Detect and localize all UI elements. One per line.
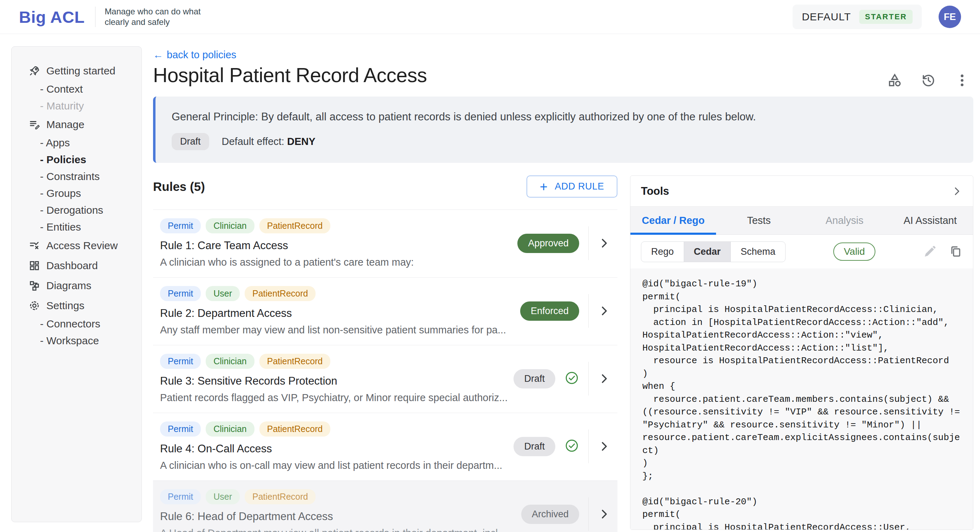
sidebar-item-derogations[interactable]: - Derogations	[29, 202, 138, 219]
app-tagline: Manage who can do what clearly and safel…	[105, 6, 201, 27]
default-effect: Default effect: DENY	[222, 136, 315, 148]
kebab-menu-icon[interactable]	[955, 73, 970, 88]
sidebar-item-policies[interactable]: - Policies	[29, 151, 138, 168]
status-badge: Enforced	[520, 302, 579, 321]
checklist-icon	[29, 240, 40, 252]
chevron-right-icon[interactable]	[598, 237, 610, 249]
resource-chip: PatientRecord	[259, 218, 330, 233]
rule-description: A clinician who is assigned to a patient…	[160, 257, 414, 268]
sidebar-item-settings[interactable]: Settings	[29, 295, 138, 316]
rocket-icon	[29, 65, 40, 77]
sidebar-item-label: - Derogations	[40, 204, 103, 216]
rules-heading: Rules (5)	[153, 179, 205, 194]
edit-icon[interactable]	[923, 245, 937, 258]
sidebar-item-maturity[interactable]: - Maturity	[29, 98, 138, 114]
segment-cedar[interactable]: Cedar	[684, 242, 731, 262]
page-title: Hospital Patient Record Access	[153, 64, 427, 87]
history-icon[interactable]	[921, 73, 936, 88]
resource-chip: PatientRecord	[245, 489, 315, 504]
tab-ai-assistant[interactable]: AI Assistant	[887, 207, 973, 234]
add-rule-button[interactable]: + ADD RULE	[527, 175, 617, 198]
sidebar-item-label: Access Review	[46, 240, 118, 252]
code-editor[interactable]: @id("bigacl-rule-19") permit( principal …	[630, 268, 973, 530]
app-logo: Big ACL	[19, 7, 84, 27]
rule-row[interactable]: Permit User PatientRecord Rule 2: Depart…	[153, 277, 617, 345]
code-toolbar: Rego Cedar Schema Valid	[630, 235, 973, 268]
sidebar-item-dashboard[interactable]: Dashboard	[29, 256, 138, 275]
collapse-panel-icon[interactable]	[951, 186, 963, 197]
segment-rego[interactable]: Rego	[641, 242, 684, 262]
validity-badge: Valid	[833, 243, 875, 261]
sidebar-item-workspace[interactable]: - Workspace	[29, 332, 138, 349]
rule-row[interactable]: Permit Clinician PatientRecord Rule 3: S…	[153, 345, 617, 413]
rule-description: Any staff member may view and list non-s…	[160, 324, 506, 336]
tab-analysis[interactable]: Analysis	[802, 207, 887, 234]
avatar[interactable]: FE	[939, 6, 961, 28]
sidebar-item-groups[interactable]: - Groups	[29, 185, 138, 202]
sidebar-item-connectors[interactable]: - Connectors	[29, 316, 138, 332]
rule-row[interactable]: Permit Clinician PatientRecord Rule 1: C…	[153, 210, 617, 277]
sidebar-item-access-review[interactable]: Access Review	[29, 235, 138, 256]
sidebar-item-manage[interactable]: Manage	[29, 114, 138, 134]
workspace-selector[interactable]: DEFAULT STARTER	[792, 5, 922, 29]
divider	[588, 226, 589, 260]
sidebar-item-label: Manage	[46, 119, 84, 130]
tab-tests[interactable]: Tests	[716, 207, 802, 234]
sidebar-item-constraints[interactable]: - Constraints	[29, 168, 138, 185]
logo-divider	[95, 7, 95, 27]
status-badge: Draft	[514, 437, 555, 456]
chevron-right-icon[interactable]	[598, 305, 610, 317]
effect-chip: Permit	[160, 286, 201, 301]
app-header: Big ACL Manage who can do what clearly a…	[0, 0, 980, 34]
sidebar-item-label: - Constraints	[40, 170, 100, 183]
main-content: ← back to policies Hospital Patient Reco…	[153, 46, 973, 532]
tools-panel: Tools Cedar / Rego Tests Analysis AI Ass…	[630, 175, 973, 530]
policy-status-badge: Draft	[172, 133, 209, 150]
chevron-right-icon[interactable]	[598, 508, 610, 521]
sidebar-item-label: Dashboard	[46, 260, 98, 272]
sidebar-item-apps[interactable]: - Apps	[29, 134, 138, 151]
copy-icon[interactable]	[949, 245, 963, 258]
sidebar-item-label: Diagrams	[46, 279, 91, 292]
rule-row[interactable]: Permit User PatientRecord Rule 6: Head o…	[153, 480, 617, 532]
sidebar-item-label: Getting started	[46, 65, 116, 77]
sidebar-item-label: - Maturity	[40, 100, 84, 112]
check-circle-icon[interactable]	[565, 371, 579, 387]
sidebar-item-label: - Policies	[40, 154, 86, 166]
shapes-icon[interactable]	[887, 73, 902, 88]
effect-chip: Permit	[160, 354, 201, 369]
sidebar-item-diagrams[interactable]: Diagrams	[29, 275, 138, 295]
chevron-right-icon[interactable]	[598, 440, 610, 453]
sidebar-item-label: Settings	[46, 300, 84, 311]
principal-chip: Clinician	[206, 354, 254, 369]
check-circle-icon[interactable]	[565, 438, 579, 454]
effect-chip: Permit	[160, 489, 201, 504]
default-effect-value: DENY	[287, 136, 315, 147]
workspace-name: DEFAULT	[802, 11, 851, 23]
sidebar-item-label: - Entities	[40, 221, 81, 233]
resource-chip: PatientRecord	[259, 354, 330, 369]
policy-principle-banner: General Principle: By default, all acces…	[153, 97, 973, 163]
sidebar-item-entities[interactable]: - Entities	[29, 219, 138, 235]
tab-cedar-rego[interactable]: Cedar / Rego	[630, 207, 716, 234]
org-chart-icon	[29, 279, 40, 292]
sidebar-item-label: - Connectors	[40, 318, 100, 330]
rule-description: A Head of Department may view all patien…	[160, 527, 506, 532]
segment-schema[interactable]: Schema	[731, 242, 785, 262]
rule-description: A clinician who is on-call may view and …	[160, 460, 502, 471]
resource-chip: PatientRecord	[259, 421, 330, 437]
sidebar: Getting started - Context - Maturity Man…	[11, 46, 142, 522]
rules-section: Rules (5) + ADD RULE Permit Clinician Pa…	[153, 175, 617, 532]
default-effect-label: Default effect:	[222, 136, 284, 147]
back-to-policies-link[interactable]: ← back to policies	[153, 49, 236, 61]
add-rule-label: ADD RULE	[555, 181, 604, 192]
chevron-right-icon[interactable]	[598, 372, 610, 385]
rule-row[interactable]: Permit Clinician PatientRecord Rule 4: O…	[153, 413, 617, 480]
sidebar-item-label: - Context	[40, 83, 83, 95]
rule-description: Patient records flagged as VIP, Psychiat…	[160, 392, 508, 403]
principal-chip: Clinician	[206, 421, 254, 437]
sidebar-item-getting-started[interactable]: Getting started	[29, 61, 138, 81]
tagline-line-1: Manage who can do what	[105, 6, 201, 17]
sidebar-item-context[interactable]: - Context	[29, 81, 138, 98]
plan-badge: STARTER	[859, 10, 913, 24]
